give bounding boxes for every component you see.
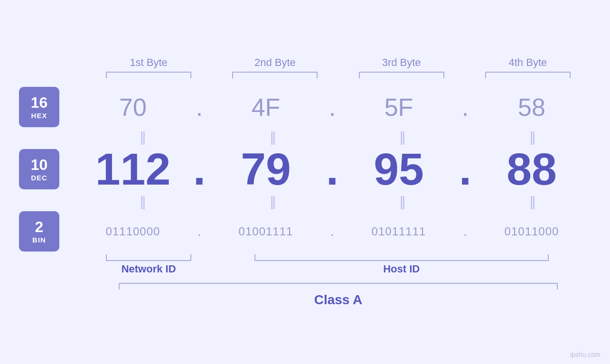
hex-dot-2: . xyxy=(325,93,339,121)
hex-value-3: 5F xyxy=(339,93,458,121)
equals-4: ‖ xyxy=(475,129,591,145)
id-labels-row: Network ID Host ID xyxy=(19,263,591,275)
hex-value-2: 4F xyxy=(206,93,325,121)
bin-value-2: 01001111 xyxy=(206,225,325,238)
dec-dot-3: . xyxy=(458,147,472,192)
equals-1: ‖ xyxy=(85,129,201,145)
dec-base-label: DEC xyxy=(31,174,47,182)
equals-8: ‖ xyxy=(475,194,591,209)
top-bracket-1 xyxy=(85,72,212,78)
equals-row-1: ‖ ‖ ‖ ‖ xyxy=(19,129,591,145)
hex-base-number: 16 xyxy=(31,94,48,111)
byte-header-3: 3rd Byte xyxy=(338,56,465,69)
dec-base-number: 10 xyxy=(31,157,48,173)
bin-row: 2 BIN 01110000 . 01001111 . 01011111 . xyxy=(19,211,591,252)
dec-value-1: 112 xyxy=(74,147,192,192)
dec-value-2: 79 xyxy=(206,147,325,192)
equals-7: ‖ xyxy=(346,194,461,209)
bottom-bracket-host xyxy=(212,254,591,261)
byte-headers-row: 1st Byte 2nd Byte 3rd Byte 4th Byte xyxy=(19,56,591,69)
hex-value-4: 58 xyxy=(472,93,591,121)
top-bracket-3 xyxy=(338,72,465,78)
hex-values-row: 70 . 4F . 5F . 58 xyxy=(74,93,591,121)
hex-row: 16 HEX 70 . 4F . 5F . 58 xyxy=(19,87,591,127)
dec-value-4: 88 xyxy=(472,147,591,192)
dec-row: 10 DEC 112 . 79 . 95 . 88 xyxy=(19,147,591,192)
bin-base-number: 2 xyxy=(35,219,44,235)
hex-value-1: 70 xyxy=(74,93,192,121)
top-bracket-2 xyxy=(212,72,338,78)
equals-3: ‖ xyxy=(346,129,461,145)
dec-values-row: 112 . 79 . 95 . 88 xyxy=(74,147,591,192)
network-id-label: Network ID xyxy=(85,263,212,275)
equals-5: ‖ xyxy=(85,194,201,209)
top-brackets-row xyxy=(19,72,591,78)
top-bracket-4 xyxy=(465,72,591,78)
bin-dot-2: . xyxy=(325,224,339,239)
hex-base-label: HEX xyxy=(31,112,47,120)
hex-badge: 16 HEX xyxy=(19,87,59,127)
bin-value-4: 01011000 xyxy=(472,225,591,238)
bin-value-3: 01011111 xyxy=(339,225,458,238)
dec-dot-2: . xyxy=(325,147,339,192)
bin-values-row: 01110000 . 01001111 . 01011111 . 0101100… xyxy=(74,224,591,239)
host-id-label: Host ID xyxy=(212,263,591,275)
bin-base-label: BIN xyxy=(32,236,46,244)
equals-row-2: ‖ ‖ ‖ ‖ xyxy=(19,194,591,209)
watermark: ipshu.com xyxy=(570,351,601,358)
hex-dot-1: . xyxy=(192,93,206,121)
bottom-bracket-network xyxy=(85,254,212,261)
byte-header-4: 4th Byte xyxy=(465,56,591,69)
class-a-label: Class A xyxy=(314,292,363,308)
main-container: 1st Byte 2nd Byte 3rd Byte 4th Byte 16 H… xyxy=(0,0,610,364)
hex-dot-3: . xyxy=(458,93,472,121)
byte-header-2: 2nd Byte xyxy=(212,56,338,69)
equals-6: ‖ xyxy=(216,194,331,209)
dec-dot-1: . xyxy=(192,147,206,192)
bin-dot-1: . xyxy=(192,224,206,239)
equals-2: ‖ xyxy=(216,129,331,145)
dec-value-3: 95 xyxy=(339,147,458,192)
dec-badge: 10 DEC xyxy=(19,149,59,189)
byte-header-1: 1st Byte xyxy=(85,56,212,69)
class-a-bracket xyxy=(119,283,558,289)
bin-dot-3: . xyxy=(458,224,472,239)
bin-badge: 2 BIN xyxy=(19,211,59,252)
bottom-brackets-row xyxy=(19,254,591,261)
bin-value-1: 01110000 xyxy=(74,225,192,238)
class-a-row: Class A xyxy=(19,283,591,308)
